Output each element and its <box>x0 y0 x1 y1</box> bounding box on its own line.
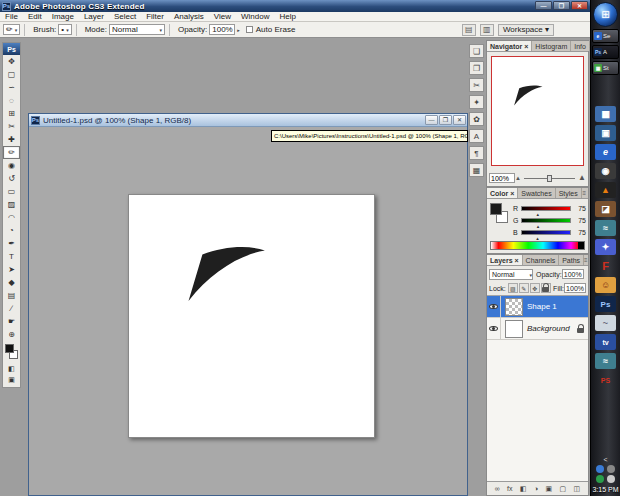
tab-channels[interactable]: Channels <box>523 255 560 265</box>
navigator-zoom-input[interactable]: 100% <box>489 173 515 183</box>
workspace-button[interactable]: Workspace ▾ <box>498 24 554 36</box>
navigator-zoom-slider[interactable] <box>524 173 575 183</box>
display-settings-icon[interactable]: ▦ <box>595 106 616 122</box>
color-panel-swatches[interactable] <box>490 203 510 227</box>
layer-opacity-input[interactable]: 100% <box>562 269 584 279</box>
green-value[interactable]: 75 <box>574 217 586 224</box>
eyedropper-tool[interactable]: ∕ <box>3 302 20 315</box>
screen-mode-button[interactable]: ▣ <box>3 374 20 385</box>
media-player-icon[interactable]: ◉ <box>595 163 616 179</box>
tray-expand-chevron[interactable]: < <box>603 456 607 463</box>
opacity-input[interactable]: 100% <box>209 24 235 35</box>
lasso-tool[interactable]: ∽ <box>3 81 20 94</box>
layer-thumbnail[interactable] <box>505 298 523 316</box>
tray-icon[interactable] <box>607 465 615 473</box>
photo-gallery-icon[interactable]: ▣ <box>595 125 616 141</box>
internet-explorer-icon[interactable]: e <box>595 144 616 160</box>
visibility-toggle[interactable] <box>487 296 501 318</box>
star-app-icon[interactable]: ✦ <box>595 239 616 255</box>
document-title-bar[interactable]: Ps Untitled-1.psd @ 100% (Shape 1, RGB/8… <box>29 114 467 127</box>
taskbar-clock[interactable]: 3:15 PM <box>592 486 618 493</box>
tab-layers[interactable]: Layers × <box>487 255 523 265</box>
dock-panel-icon[interactable]: ✿ <box>469 112 484 126</box>
clone-stamp-tool[interactable]: ◉ <box>3 159 20 172</box>
dock-panel-icon[interactable]: ❐ <box>469 61 484 75</box>
layer-group-icon[interactable]: ▣ <box>546 485 553 493</box>
vlc-icon[interactable]: ▲ <box>595 182 616 198</box>
taskbar-window-button[interactable]: ▦ St <box>592 61 619 75</box>
menu-layer[interactable]: Layer <box>79 12 109 22</box>
menu-file[interactable]: File <box>0 12 23 22</box>
pen-tool[interactable]: ✒ <box>3 237 20 250</box>
waves-icon[interactable]: ≈ <box>595 220 616 236</box>
zoom-tool[interactable]: ⊕ <box>3 328 20 341</box>
blue-slider[interactable]: ▴ <box>521 230 571 235</box>
adjustment-layer-icon[interactable]: ◑ <box>534 485 538 492</box>
delete-layer-icon[interactable]: ◫ <box>574 485 581 493</box>
taskbar-window-button-active[interactable]: Ps A <box>592 45 619 59</box>
slice-tool[interactable]: ✂ <box>3 120 20 133</box>
red-value[interactable]: 75 <box>574 205 586 212</box>
close-button[interactable]: ✕ <box>571 1 588 10</box>
menu-window[interactable]: Window <box>236 12 274 22</box>
title-bar[interactable]: Ps Adobe Photoshop CS3 Extended — ❐ ✕ <box>0 0 590 12</box>
color-swatch-widget[interactable] <box>3 343 20 363</box>
photoshop-icon[interactable]: Ps <box>595 296 616 312</box>
quick-selection-tool[interactable]: ◌ <box>3 94 20 107</box>
doc-minimize-button[interactable]: — <box>425 115 438 125</box>
marquee-tool[interactable]: ▢ <box>3 68 20 81</box>
menu-help[interactable]: Help <box>274 12 300 22</box>
color-spectrum-ramp[interactable] <box>490 241 585 250</box>
layer-row-shape1[interactable]: Shape 1 <box>487 296 588 318</box>
tab-swatches[interactable]: Swatches <box>518 188 555 198</box>
doc-close-button[interactable]: ✕ <box>453 115 466 125</box>
layer-row-background[interactable]: Background <box>487 318 588 340</box>
tray-icon[interactable] <box>596 465 604 473</box>
path-selection-tool[interactable]: ➤ <box>3 263 20 276</box>
tab-navigator[interactable]: Navigator × <box>487 41 532 51</box>
tab-histogram[interactable]: Histogram <box>532 41 571 51</box>
shape-tool[interactable]: ◆ <box>3 276 20 289</box>
bridge-icon[interactable]: ▥ <box>480 24 494 36</box>
lock-all-icon[interactable] <box>541 283 551 293</box>
layer-name[interactable]: Shape 1 <box>527 302 557 311</box>
lock-transparency-icon[interactable]: ▨ <box>508 283 518 293</box>
minimize-button[interactable]: — <box>535 1 552 10</box>
doc-maximize-button[interactable]: ❐ <box>439 115 452 125</box>
volume-icon[interactable] <box>607 475 615 483</box>
blur-tool[interactable]: ◠ <box>3 211 20 224</box>
menu-edit[interactable]: Edit <box>23 12 47 22</box>
dodge-tool[interactable]: ◔ <box>3 224 20 237</box>
start-button[interactable]: ⊞ <box>593 2 618 27</box>
tab-info[interactable]: Info <box>571 41 590 51</box>
tab-styles[interactable]: Styles <box>556 188 582 198</box>
blue-value[interactable]: 75 <box>574 229 586 236</box>
dock-panel-icon[interactable]: ❏ <box>469 44 484 58</box>
move-tool[interactable]: ✥ <box>3 55 20 68</box>
menu-filter[interactable]: Filter <box>141 12 169 22</box>
hand-tool[interactable]: ☛ <box>3 315 20 328</box>
slider-thumb[interactable] <box>547 175 552 182</box>
menu-view[interactable]: View <box>209 12 236 22</box>
foreground-color-swatch[interactable] <box>490 203 502 215</box>
foreground-color-swatch[interactable] <box>5 344 14 353</box>
bird-icon[interactable]: ~ <box>595 315 616 331</box>
network-icon[interactable] <box>596 475 604 483</box>
zoom-in-icon[interactable]: ▲ <box>578 173 586 182</box>
type-tool[interactable]: T <box>3 250 20 263</box>
mario-icon[interactable]: ☺ <box>595 277 616 293</box>
canvas[interactable] <box>128 194 375 438</box>
mode-select[interactable]: Normal ▾ <box>109 24 165 35</box>
firefox-f-icon[interactable]: F <box>595 258 616 274</box>
palette-well-icon[interactable]: ▤ <box>462 24 476 36</box>
brush-preset-picker[interactable]: • ▾ <box>58 24 71 35</box>
toolbox-ps-logo[interactable]: Ps <box>3 43 20 55</box>
paint-icon[interactable]: ◪ <box>595 201 616 217</box>
dock-panel-icon[interactable]: ✂ <box>469 78 484 92</box>
blend-mode-select[interactable]: Normal▾ <box>489 269 533 280</box>
layer-name[interactable]: Background <box>527 324 570 333</box>
zoom-out-icon[interactable]: ▲ <box>515 175 521 181</box>
auto-erase-checkbox[interactable] <box>246 26 253 33</box>
dock-panel-icon[interactable]: ¶ <box>469 146 484 160</box>
lock-position-icon[interactable]: ✥ <box>530 283 540 293</box>
